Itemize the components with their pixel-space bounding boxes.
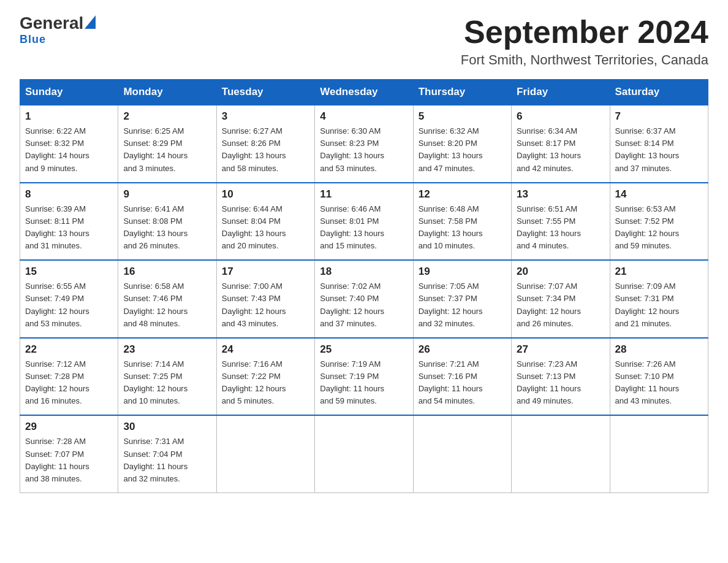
calendar-cell: 9Sunrise: 6:41 AM Sunset: 8:08 PM Daylig… <box>118 183 216 261</box>
calendar-week-row: 1Sunrise: 6:22 AM Sunset: 8:32 PM Daylig… <box>20 105 708 183</box>
logo: General Blue <box>20 15 96 46</box>
day-number: 2 <box>123 110 211 123</box>
month-title: September 2024 <box>461 15 708 50</box>
day-number: 21 <box>615 266 703 278</box>
calendar-cell: 18Sunrise: 7:02 AM Sunset: 7:40 PM Dayli… <box>315 260 413 338</box>
calendar-cell: 27Sunrise: 7:23 AM Sunset: 7:13 PM Dayli… <box>512 338 610 416</box>
day-info: Sunrise: 7:23 AM Sunset: 7:13 PM Dayligh… <box>517 358 604 408</box>
calendar-cell: 12Sunrise: 6:48 AM Sunset: 7:58 PM Dayli… <box>413 183 511 261</box>
calendar-cell: 24Sunrise: 7:16 AM Sunset: 7:22 PM Dayli… <box>216 338 314 416</box>
calendar-header-thursday: Thursday <box>413 80 511 105</box>
day-number: 27 <box>517 343 604 356</box>
day-info: Sunrise: 7:05 AM Sunset: 7:37 PM Dayligh… <box>419 280 506 330</box>
day-info: Sunrise: 7:31 AM Sunset: 7:04 PM Dayligh… <box>123 435 211 485</box>
day-info: Sunrise: 7:14 AM Sunset: 7:25 PM Dayligh… <box>123 358 211 408</box>
day-number: 8 <box>25 188 113 201</box>
calendar-cell: 11Sunrise: 6:46 AM Sunset: 8:01 PM Dayli… <box>315 183 413 261</box>
calendar-cell: 21Sunrise: 7:09 AM Sunset: 7:31 PM Dayli… <box>610 260 708 338</box>
day-info: Sunrise: 7:02 AM Sunset: 7:40 PM Dayligh… <box>320 280 408 330</box>
day-number: 16 <box>123 266 211 278</box>
calendar-cell: 2Sunrise: 6:25 AM Sunset: 8:29 PM Daylig… <box>118 105 216 183</box>
day-number: 18 <box>320 266 408 278</box>
calendar-cell <box>315 415 413 492</box>
calendar-week-row: 29Sunrise: 7:28 AM Sunset: 7:07 PM Dayli… <box>20 415 708 492</box>
day-info: Sunrise: 6:48 AM Sunset: 7:58 PM Dayligh… <box>419 203 506 253</box>
logo-general-text: General <box>20 15 83 32</box>
calendar-week-row: 8Sunrise: 6:39 AM Sunset: 8:11 PM Daylig… <box>20 183 708 261</box>
day-number: 13 <box>517 188 604 201</box>
day-info: Sunrise: 7:28 AM Sunset: 7:07 PM Dayligh… <box>25 435 113 485</box>
day-info: Sunrise: 6:27 AM Sunset: 8:26 PM Dayligh… <box>222 125 309 175</box>
day-number: 5 <box>419 110 506 123</box>
day-info: Sunrise: 7:26 AM Sunset: 7:10 PM Dayligh… <box>615 358 703 408</box>
day-info: Sunrise: 6:58 AM Sunset: 7:46 PM Dayligh… <box>123 280 211 330</box>
calendar-cell: 7Sunrise: 6:37 AM Sunset: 8:14 PM Daylig… <box>610 105 708 183</box>
day-number: 22 <box>25 343 113 356</box>
calendar-cell: 1Sunrise: 6:22 AM Sunset: 8:32 PM Daylig… <box>20 105 118 183</box>
day-info: Sunrise: 7:07 AM Sunset: 7:34 PM Dayligh… <box>517 280 604 330</box>
day-number: 29 <box>25 421 113 433</box>
day-number: 28 <box>615 343 703 356</box>
day-info: Sunrise: 6:41 AM Sunset: 8:08 PM Dayligh… <box>123 203 211 253</box>
calendar-header-wednesday: Wednesday <box>315 80 413 105</box>
calendar-header-row: SundayMondayTuesdayWednesdayThursdayFrid… <box>20 80 708 105</box>
location-title: Fort Smith, Northwest Territories, Canad… <box>461 52 708 68</box>
calendar-cell: 4Sunrise: 6:30 AM Sunset: 8:23 PM Daylig… <box>315 105 413 183</box>
day-number: 3 <box>222 110 309 123</box>
calendar-cell: 19Sunrise: 7:05 AM Sunset: 7:37 PM Dayli… <box>413 260 511 338</box>
day-number: 17 <box>222 266 309 278</box>
calendar-cell: 23Sunrise: 7:14 AM Sunset: 7:25 PM Dayli… <box>118 338 216 416</box>
day-number: 26 <box>419 343 506 356</box>
day-number: 11 <box>320 188 408 201</box>
calendar-week-row: 22Sunrise: 7:12 AM Sunset: 7:28 PM Dayli… <box>20 338 708 416</box>
calendar-cell: 3Sunrise: 6:27 AM Sunset: 8:26 PM Daylig… <box>216 105 314 183</box>
calendar-cell: 20Sunrise: 7:07 AM Sunset: 7:34 PM Dayli… <box>512 260 610 338</box>
calendar-cell: 22Sunrise: 7:12 AM Sunset: 7:28 PM Dayli… <box>20 338 118 416</box>
day-number: 14 <box>615 188 703 201</box>
day-number: 12 <box>419 188 506 201</box>
day-number: 19 <box>419 266 506 278</box>
calendar-cell: 16Sunrise: 6:58 AM Sunset: 7:46 PM Dayli… <box>118 260 216 338</box>
day-number: 20 <box>517 266 604 278</box>
svg-marker-0 <box>85 15 96 29</box>
day-number: 7 <box>615 110 703 123</box>
day-info: Sunrise: 6:44 AM Sunset: 8:04 PM Dayligh… <box>222 203 309 253</box>
day-info: Sunrise: 6:30 AM Sunset: 8:23 PM Dayligh… <box>320 125 408 175</box>
day-info: Sunrise: 6:46 AM Sunset: 8:01 PM Dayligh… <box>320 203 408 253</box>
day-info: Sunrise: 6:37 AM Sunset: 8:14 PM Dayligh… <box>615 125 703 175</box>
calendar-cell <box>512 415 610 492</box>
calendar-cell: 17Sunrise: 7:00 AM Sunset: 7:43 PM Dayli… <box>216 260 314 338</box>
day-info: Sunrise: 7:09 AM Sunset: 7:31 PM Dayligh… <box>615 280 703 330</box>
day-number: 10 <box>222 188 309 201</box>
day-info: Sunrise: 7:16 AM Sunset: 7:22 PM Dayligh… <box>222 358 309 408</box>
day-info: Sunrise: 6:25 AM Sunset: 8:29 PM Dayligh… <box>123 125 211 175</box>
calendar-cell: 15Sunrise: 6:55 AM Sunset: 7:49 PM Dayli… <box>20 260 118 338</box>
day-number: 9 <box>123 188 211 201</box>
calendar-cell: 13Sunrise: 6:51 AM Sunset: 7:55 PM Dayli… <box>512 183 610 261</box>
day-info: Sunrise: 6:34 AM Sunset: 8:17 PM Dayligh… <box>517 125 604 175</box>
day-info: Sunrise: 6:55 AM Sunset: 7:49 PM Dayligh… <box>25 280 113 330</box>
day-info: Sunrise: 6:22 AM Sunset: 8:32 PM Dayligh… <box>25 125 113 175</box>
day-info: Sunrise: 6:32 AM Sunset: 8:20 PM Dayligh… <box>419 125 506 175</box>
day-number: 30 <box>123 421 211 433</box>
day-info: Sunrise: 7:00 AM Sunset: 7:43 PM Dayligh… <box>222 280 309 330</box>
calendar-week-row: 15Sunrise: 6:55 AM Sunset: 7:49 PM Dayli… <box>20 260 708 338</box>
day-info: Sunrise: 7:12 AM Sunset: 7:28 PM Dayligh… <box>25 358 113 408</box>
calendar-table: SundayMondayTuesdayWednesdayThursdayFrid… <box>20 79 708 493</box>
calendar-cell: 26Sunrise: 7:21 AM Sunset: 7:16 PM Dayli… <box>413 338 511 416</box>
calendar-cell <box>216 415 314 492</box>
calendar-cell: 28Sunrise: 7:26 AM Sunset: 7:10 PM Dayli… <box>610 338 708 416</box>
calendar-header-tuesday: Tuesday <box>216 80 314 105</box>
calendar-cell: 14Sunrise: 6:53 AM Sunset: 7:52 PM Dayli… <box>610 183 708 261</box>
day-number: 25 <box>320 343 408 356</box>
day-info: Sunrise: 7:21 AM Sunset: 7:16 PM Dayligh… <box>419 358 506 408</box>
calendar-cell <box>610 415 708 492</box>
day-info: Sunrise: 6:53 AM Sunset: 7:52 PM Dayligh… <box>615 203 703 253</box>
calendar-header-saturday: Saturday <box>610 80 708 105</box>
calendar-header-friday: Friday <box>512 80 610 105</box>
day-info: Sunrise: 6:51 AM Sunset: 7:55 PM Dayligh… <box>517 203 604 253</box>
day-number: 24 <box>222 343 309 356</box>
calendar-cell: 25Sunrise: 7:19 AM Sunset: 7:19 PM Dayli… <box>315 338 413 416</box>
day-number: 1 <box>25 110 113 123</box>
calendar-cell: 5Sunrise: 6:32 AM Sunset: 8:20 PM Daylig… <box>413 105 511 183</box>
